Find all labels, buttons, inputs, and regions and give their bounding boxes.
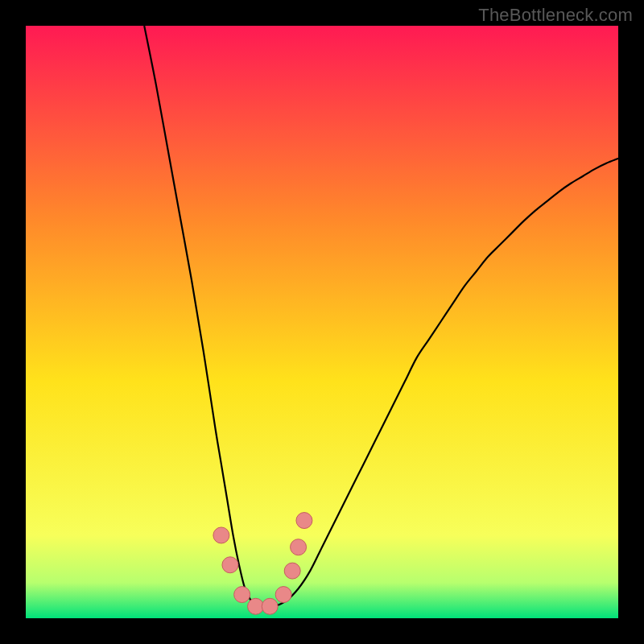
curve-marker-3 xyxy=(248,598,264,614)
curve-marker-6 xyxy=(284,563,300,579)
attribution-text: TheBottleneck.com xyxy=(478,5,633,26)
curve-marker-0 xyxy=(213,527,229,543)
curve-marker-7 xyxy=(291,539,307,555)
curve-marker-2 xyxy=(234,587,250,603)
bottleneck-chart xyxy=(26,26,618,618)
curve-marker-8 xyxy=(296,513,312,529)
curve-marker-1 xyxy=(222,557,238,573)
chart-frame: TheBottleneck.com xyxy=(0,0,644,644)
curve-marker-5 xyxy=(275,587,291,603)
curve-marker-4 xyxy=(262,598,278,614)
plot-background xyxy=(26,26,618,618)
